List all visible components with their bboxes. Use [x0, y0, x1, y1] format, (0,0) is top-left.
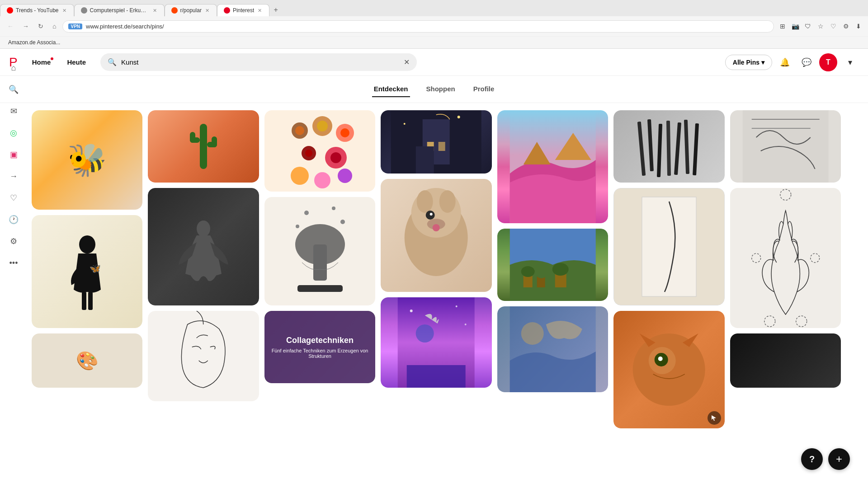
settings-browser-icon[interactable]: ⚙: [841, 21, 851, 31]
back-btn[interactable]: ←: [5, 21, 16, 32]
sidebar-icon-instagram[interactable]: ▣: [4, 145, 24, 164]
tab-youtube[interactable]: Trends - YouTube ✕: [0, 4, 74, 16]
main-content: 🐝 🦋: [0, 103, 868, 436]
pin-card[interactable]: [613, 110, 724, 183]
tab-favicon: [7, 7, 13, 14]
pin-column-6: [613, 110, 724, 428]
help-btn[interactable]: ?: [801, 448, 823, 470]
tab-title: Computerspiel - Erkunden...: [90, 7, 149, 14]
new-tab-btn[interactable]: +: [269, 4, 282, 16]
messages-btn[interactable]: 💬: [797, 53, 816, 71]
nav-heute[interactable]: Heute: [60, 55, 93, 70]
tab-title: Pinterest: [233, 7, 254, 14]
pin-card[interactable]: [613, 311, 724, 428]
pin-card[interactable]: 🎨: [32, 333, 142, 388]
tab-profile-label: Profile: [473, 85, 495, 93]
pinterest-app: P Home Heute 🔍 ✕ Alle Pins ▾ 🔔 💬: [0, 49, 868, 483]
account-chevron-btn[interactable]: ▾: [841, 53, 859, 71]
tab-computerspiel[interactable]: Computerspiel - Erkunden... ✕: [74, 4, 165, 16]
tab-close-btn[interactable]: ✕: [61, 8, 67, 14]
pin-card[interactable]: [381, 297, 491, 388]
pin-column-2: [148, 110, 259, 428]
all-pins-label: Alle Pins: [733, 59, 760, 66]
header-actions: Alle Pins ▾ 🔔 💬 T ▾: [725, 53, 859, 71]
pin-card[interactable]: [730, 333, 841, 388]
browser-toolbar: ← → ↻ ⌂ VPN www.pinterest.de/search/pins…: [0, 16, 868, 36]
download-icon[interactable]: ⬇: [854, 21, 863, 31]
browser-chrome: Trends - YouTube ✕ Computerspiel - Erkun…: [0, 0, 868, 49]
sidebar-icon-messages[interactable]: ✉: [4, 101, 24, 121]
pin-card[interactable]: [497, 306, 608, 392]
pin-card[interactable]: [613, 188, 724, 305]
tab-reddit[interactable]: r/popular ✕: [165, 4, 217, 16]
home-nav-btn[interactable]: ⌂: [50, 21, 59, 32]
pin-card[interactable]: [148, 188, 259, 305]
toolbar-icons: ⊞ 📷 🛡 ☆ ♡ ⚙ ⬇: [778, 21, 863, 31]
pin-card[interactable]: [497, 229, 608, 301]
tab-pinterest[interactable]: Pinterest ✕: [217, 4, 269, 16]
sub-tabs: Entdecken Shoppen Profile: [0, 76, 868, 103]
address-bar[interactable]: VPN www.pinterest.de/search/pins/: [62, 20, 774, 33]
pinterest-header: P Home Heute 🔍 ✕ Alle Pins ▾ 🔔 💬: [0, 49, 868, 76]
search-bar[interactable]: 🔍 ✕: [100, 53, 417, 71]
tab-profile[interactable]: Profile: [472, 81, 496, 97]
pin-card[interactable]: [148, 110, 259, 183]
search-clear-btn[interactable]: ✕: [404, 58, 410, 66]
notifications-btn[interactable]: 🔔: [776, 53, 794, 71]
pin-card[interactable]: 🐝: [32, 110, 142, 210]
sidebar-icon-home[interactable]: ⌂: [4, 58, 24, 78]
pin-column-7: [730, 110, 841, 428]
tab-close-btn[interactable]: ✕: [152, 8, 158, 14]
pin-card[interactable]: [148, 311, 259, 401]
heart-browser-icon[interactable]: ♡: [828, 21, 838, 31]
nav-heute-label: Heute: [67, 58, 86, 66]
url-display: www.pinterest.de/search/pins/: [86, 23, 768, 30]
pin-card[interactable]: [264, 110, 375, 192]
user-avatar[interactable]: T: [819, 53, 837, 71]
extensions-icon[interactable]: ⊞: [778, 21, 788, 31]
forward-btn[interactable]: →: [20, 21, 32, 32]
shield-icon[interactable]: 🛡: [803, 21, 813, 31]
pin-card[interactable]: [730, 188, 841, 328]
camera-icon[interactable]: 📷: [790, 21, 800, 31]
pin-card[interactable]: [497, 110, 608, 223]
tab-close-btn[interactable]: ✕: [204, 8, 210, 14]
sidebar-icon-whatsapp[interactable]: ◎: [4, 123, 24, 143]
nav-home-label: Home: [32, 58, 51, 66]
pin-card[interactable]: Collagetechniken Fünf einfache Techniken…: [264, 311, 375, 383]
reload-btn[interactable]: ↻: [35, 21, 46, 32]
sidebar-icon-search[interactable]: 🔍: [4, 80, 24, 99]
tab-favicon: [171, 7, 178, 14]
vpn-badge: VPN: [68, 23, 82, 29]
pin-card[interactable]: [381, 110, 491, 174]
pin-card[interactable]: [381, 179, 491, 292]
chevron-down-icon: ▾: [761, 59, 764, 66]
all-pins-btn[interactable]: Alle Pins ▾: [725, 55, 772, 70]
left-sidebar: ⌂ 🔍 ✉ ◎ ▣ → ♡ 🕐 ⚙ •••: [0, 54, 27, 277]
bookmark-amazon[interactable]: Amazon.de Associa...: [5, 38, 64, 47]
sidebar-icon-clock[interactable]: 🕐: [4, 210, 24, 230]
bookmarks-bar: Amazon.de Associa...: [0, 36, 868, 48]
pin-column-1: 🐝 🦋: [32, 110, 142, 428]
bookmark-icon[interactable]: ☆: [816, 21, 826, 31]
sidebar-icon-more[interactable]: •••: [4, 253, 24, 273]
nav-home[interactable]: Home: [25, 55, 58, 70]
tab-favicon: [81, 7, 87, 14]
pin-card[interactable]: [730, 110, 841, 183]
sidebar-icon-heart[interactable]: ♡: [4, 188, 24, 208]
search-bar-container: 🔍 ✕: [100, 53, 417, 71]
sidebar-icon-arrow[interactable]: →: [4, 166, 24, 186]
nav-dot: [51, 57, 53, 60]
tab-close-btn[interactable]: ✕: [257, 8, 263, 14]
search-icon: 🔍: [108, 58, 117, 66]
pins-grid: 🐝 🦋: [32, 110, 841, 428]
pin-card[interactable]: [264, 197, 375, 305]
sidebar-icon-settings[interactable]: ⚙: [4, 231, 24, 251]
pin-card[interactable]: 🦋: [32, 215, 142, 328]
tab-entdecken[interactable]: Entdecken: [372, 81, 410, 97]
tab-title: Trends - YouTube: [16, 7, 59, 14]
plus-btn[interactable]: +: [828, 448, 850, 470]
tab-shoppen[interactable]: Shoppen: [425, 81, 457, 97]
pin-column-5: [497, 110, 608, 428]
search-input[interactable]: [121, 58, 399, 66]
